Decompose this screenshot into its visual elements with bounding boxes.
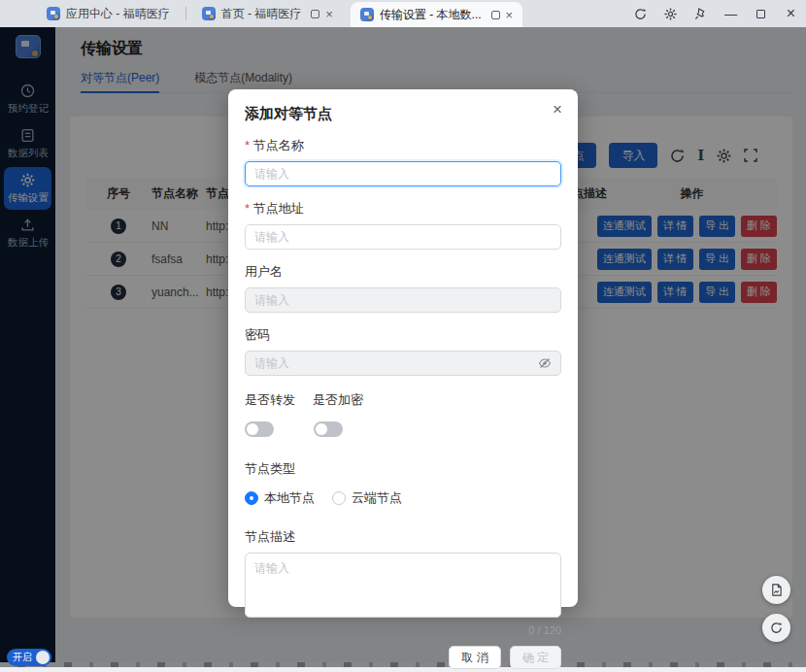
radio-selected-icon — [245, 491, 258, 505]
browser-tab-home[interactable]: 首页 - 福晴医疗 × — [192, 0, 343, 27]
encrypt-toggle[interactable] — [314, 421, 343, 437]
add-peer-node-dialog: 添加对等节点 × 节点名称 节点地址 用户名 密码 是否转 — [228, 89, 578, 607]
char-counter: 0 / 120 — [245, 624, 561, 636]
app-window: 预约登记 数据列表 传输设置 数据上传 传输设置 对等节点(Peer) 模态节点… — [0, 27, 806, 667]
radio-cloud-node[interactable]: 云端节点 — [332, 489, 402, 507]
maximize-icon[interactable] — [746, 0, 776, 27]
tab-popout-icon[interactable] — [491, 11, 500, 19]
tab-popout-icon[interactable] — [311, 10, 319, 18]
dialog-close-icon[interactable]: × — [553, 101, 562, 118]
cancel-button[interactable]: 取 消 — [449, 646, 500, 669]
password-field-wrap — [245, 351, 561, 376]
tab-close-icon[interactable]: × — [506, 9, 514, 21]
tab-title: 应用中心 - 福晴医疗 — [66, 6, 170, 22]
node-name-field-wrap — [245, 161, 561, 186]
pin-icon[interactable] — [686, 0, 716, 27]
forward-toggle[interactable] — [245, 421, 274, 437]
browser-tab-transfer-settings[interactable]: 传输设置 - 本地数... × — [351, 2, 522, 27]
sync-icon — [770, 622, 783, 634]
eye-slash-icon[interactable] — [538, 356, 552, 370]
node-desc-label: 节点描述 — [245, 528, 561, 546]
radio-label: 云端节点 — [352, 489, 402, 507]
favicon-icon — [47, 7, 60, 20]
browser-tab-app-center[interactable]: 应用中心 - 福晴医疗 — [37, 0, 180, 27]
dialog-title: 添加对等节点 — [245, 105, 561, 123]
screen: 应用中心 - 福晴医疗 首页 - 福晴医疗 × 传输设置 - 本地数... × — [0, 0, 806, 672]
window-controls: — × — [625, 0, 806, 27]
power-toggle-knob — [36, 651, 50, 664]
confirm-button[interactable]: 确 定 — [510, 646, 561, 669]
node-address-input[interactable] — [254, 230, 552, 244]
favicon-icon — [202, 7, 216, 20]
tab-separator — [185, 7, 186, 20]
node-desc-textarea[interactable] — [245, 553, 561, 618]
tab-close-icon[interactable]: × — [325, 8, 333, 20]
node-address-field-wrap — [245, 224, 561, 250]
node-type-label: 节点类型 — [245, 460, 561, 478]
report-float-button[interactable] — [762, 576, 790, 604]
username-field-wrap — [245, 287, 561, 313]
username-label: 用户名 — [245, 263, 561, 281]
username-input[interactable] — [254, 293, 552, 307]
tab-title: 传输设置 - 本地数... — [380, 7, 482, 23]
browser-titlebar: 应用中心 - 福晴医疗 首页 - 福晴医疗 × 传输设置 - 本地数... × — [0, 0, 806, 27]
power-toggle[interactable]: 开启 — [7, 649, 51, 666]
forward-label: 是否转发 — [245, 391, 313, 409]
power-toggle-label: 开启 — [13, 651, 32, 664]
password-label: 密码 — [245, 326, 561, 344]
tab-title: 首页 - 福晴医疗 — [221, 6, 302, 22]
node-name-input[interactable] — [254, 167, 552, 181]
minimize-icon[interactable]: — — [716, 0, 746, 27]
password-input[interactable] — [254, 356, 538, 370]
favicon-icon — [360, 8, 374, 21]
node-name-label: 节点名称 — [245, 137, 561, 154]
node-address-label: 节点地址 — [245, 200, 561, 218]
encrypt-label: 是否加密 — [313, 391, 381, 409]
sync-float-button[interactable] — [762, 614, 790, 642]
close-icon[interactable]: × — [776, 0, 806, 27]
radio-local-node[interactable]: 本地节点 — [245, 489, 315, 507]
document-icon — [770, 584, 783, 596]
browser-refresh-icon[interactable] — [625, 0, 655, 27]
radio-unselected-icon — [332, 491, 346, 505]
browser-settings-icon[interactable] — [655, 0, 686, 27]
radio-label: 本地节点 — [264, 489, 315, 507]
